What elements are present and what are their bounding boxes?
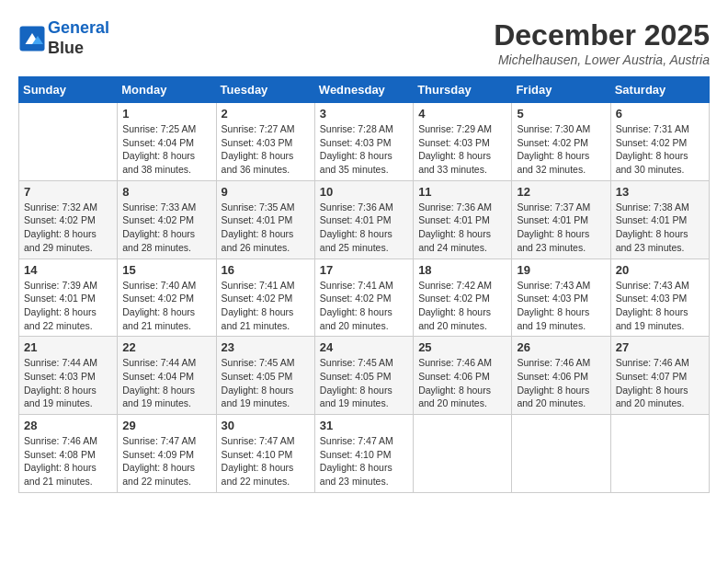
- sunrise-text: Sunrise: 7:45 AM: [222, 356, 310, 370]
- calendar-header-thursday: Thursday: [414, 77, 512, 103]
- sunset-text: Sunset: 4:02 PM: [122, 213, 210, 227]
- sunrise-text: Sunrise: 7:28 AM: [320, 122, 408, 136]
- cell-info: Sunrise: 7:46 AM Sunset: 4:08 PM Dayligh…: [24, 434, 112, 488]
- day-number: 22: [122, 340, 210, 354]
- day-number: 3: [320, 107, 408, 121]
- calendar-header-friday: Friday: [512, 77, 610, 103]
- daylight-text: Daylight: 8 hours and 32 minutes.: [517, 149, 605, 176]
- cell-info: Sunrise: 7:30 AM Sunset: 4:02 PM Dayligh…: [517, 122, 605, 177]
- calendar-cell: 11 Sunrise: 7:36 AM Sunset: 4:01 PM Dayl…: [414, 180, 512, 259]
- daylight-text: Daylight: 8 hours and 33 minutes.: [418, 149, 506, 176]
- calendar-cell: 31 Sunrise: 7:47 AM Sunset: 4:10 PM Dayl…: [314, 415, 413, 493]
- sunrise-text: Sunrise: 7:46 AM: [616, 356, 704, 370]
- calendar-table: SundayMondayTuesdayWednesdayThursdayFrid…: [18, 76, 710, 493]
- cell-info: Sunrise: 7:36 AM Sunset: 4:01 PM Dayligh…: [320, 201, 408, 255]
- cell-info: Sunrise: 7:45 AM Sunset: 4:05 PM Dayligh…: [320, 356, 408, 410]
- sunset-text: Sunset: 4:02 PM: [222, 292, 310, 305]
- daylight-text: Daylight: 8 hours and 25 minutes.: [320, 227, 408, 254]
- daylight-text: Daylight: 8 hours and 20 minutes.: [320, 305, 408, 332]
- sunset-text: Sunset: 4:02 PM: [616, 136, 704, 150]
- sunrise-text: Sunrise: 7:47 AM: [122, 434, 210, 448]
- calendar-cell: 19 Sunrise: 7:43 AM Sunset: 4:03 PM Dayl…: [512, 259, 610, 337]
- sunset-text: Sunset: 4:01 PM: [616, 213, 704, 227]
- cell-info: Sunrise: 7:29 AM Sunset: 4:03 PM Dayligh…: [418, 122, 506, 177]
- daylight-text: Daylight: 8 hours and 26 minutes.: [222, 227, 310, 254]
- sunrise-text: Sunrise: 7:47 AM: [222, 434, 310, 448]
- sunset-text: Sunset: 4:01 PM: [222, 213, 310, 227]
- sunrise-text: Sunrise: 7:44 AM: [24, 356, 112, 370]
- sunset-text: Sunset: 4:03 PM: [320, 136, 408, 150]
- calendar-cell: 25 Sunrise: 7:46 AM Sunset: 4:06 PM Dayl…: [414, 337, 512, 415]
- sunrise-text: Sunrise: 7:46 AM: [24, 434, 112, 448]
- calendar-cell: 13 Sunrise: 7:38 AM Sunset: 4:01 PM Dayl…: [610, 180, 709, 259]
- sunset-text: Sunset: 4:04 PM: [122, 370, 210, 384]
- cell-info: Sunrise: 7:41 AM Sunset: 4:02 PM Dayligh…: [222, 279, 310, 333]
- sunset-text: Sunset: 4:05 PM: [222, 370, 310, 384]
- daylight-text: Daylight: 8 hours and 36 minutes.: [222, 149, 310, 176]
- sunrise-text: Sunrise: 7:25 AM: [122, 122, 210, 136]
- sunrise-text: Sunrise: 7:44 AM: [122, 356, 210, 370]
- calendar-cell: 10 Sunrise: 7:36 AM Sunset: 4:01 PM Dayl…: [314, 180, 413, 259]
- day-number: 9: [222, 185, 310, 199]
- title-block: December 2025 Michelhausen, Lower Austri…: [494, 18, 710, 67]
- calendar-cell: 27 Sunrise: 7:46 AM Sunset: 4:07 PM Dayl…: [610, 337, 709, 415]
- day-number: 21: [24, 340, 112, 354]
- daylight-text: Daylight: 8 hours and 21 minutes.: [222, 305, 310, 332]
- calendar-cell: [512, 415, 610, 493]
- sunset-text: Sunset: 4:02 PM: [122, 292, 210, 305]
- sunrise-text: Sunrise: 7:29 AM: [418, 122, 506, 136]
- sunset-text: Sunset: 4:06 PM: [517, 370, 605, 384]
- sunset-text: Sunset: 4:03 PM: [418, 136, 506, 150]
- calendar-cell: 7 Sunrise: 7:32 AM Sunset: 4:02 PM Dayli…: [19, 180, 118, 259]
- sunrise-text: Sunrise: 7:27 AM: [222, 122, 310, 136]
- calendar-cell: [610, 415, 709, 493]
- sunrise-text: Sunrise: 7:33 AM: [122, 201, 210, 214]
- cell-info: Sunrise: 7:47 AM Sunset: 4:10 PM Dayligh…: [222, 434, 310, 488]
- daylight-text: Daylight: 8 hours and 22 minutes.: [122, 461, 210, 488]
- calendar-cell: 3 Sunrise: 7:28 AM Sunset: 4:03 PM Dayli…: [314, 103, 413, 181]
- sunrise-text: Sunrise: 7:35 AM: [222, 201, 310, 214]
- day-number: 13: [616, 185, 704, 199]
- cell-info: Sunrise: 7:45 AM Sunset: 4:05 PM Dayligh…: [222, 356, 310, 410]
- day-number: 20: [616, 263, 704, 277]
- calendar-cell: 20 Sunrise: 7:43 AM Sunset: 4:03 PM Dayl…: [610, 259, 709, 337]
- day-number: 29: [122, 419, 210, 432]
- sunset-text: Sunset: 4:09 PM: [122, 448, 210, 462]
- logo-line2: Blue: [48, 39, 109, 59]
- sunset-text: Sunset: 4:05 PM: [320, 370, 408, 384]
- sunrise-text: Sunrise: 7:36 AM: [418, 201, 506, 214]
- calendar-cell: 2 Sunrise: 7:27 AM Sunset: 4:03 PM Dayli…: [216, 103, 314, 181]
- daylight-text: Daylight: 8 hours and 30 minutes.: [616, 149, 704, 176]
- cell-info: Sunrise: 7:28 AM Sunset: 4:03 PM Dayligh…: [320, 122, 408, 177]
- sunset-text: Sunset: 4:02 PM: [320, 292, 408, 305]
- day-number: 28: [24, 419, 112, 432]
- sunset-text: Sunset: 4:01 PM: [320, 213, 408, 227]
- calendar-cell: [414, 415, 512, 493]
- cell-info: Sunrise: 7:27 AM Sunset: 4:03 PM Dayligh…: [222, 122, 310, 177]
- sunrise-text: Sunrise: 7:46 AM: [418, 356, 506, 370]
- sunset-text: Sunset: 4:10 PM: [222, 448, 310, 462]
- day-number: 26: [517, 340, 605, 354]
- sunset-text: Sunset: 4:01 PM: [418, 213, 506, 227]
- sunrise-text: Sunrise: 7:41 AM: [320, 279, 408, 293]
- daylight-text: Daylight: 8 hours and 21 minutes.: [122, 305, 210, 332]
- sunset-text: Sunset: 4:03 PM: [517, 292, 605, 305]
- logo-text: General Blue: [48, 18, 109, 58]
- day-number: 25: [418, 340, 506, 354]
- calendar-header-sunday: Sunday: [19, 77, 118, 103]
- sunrise-text: Sunrise: 7:39 AM: [24, 279, 112, 293]
- daylight-text: Daylight: 8 hours and 23 minutes.: [320, 461, 408, 488]
- sunset-text: Sunset: 4:03 PM: [222, 136, 310, 150]
- month-title: December 2025: [494, 18, 710, 52]
- calendar-cell: 6 Sunrise: 7:31 AM Sunset: 4:02 PM Dayli…: [610, 103, 709, 181]
- sunrise-text: Sunrise: 7:30 AM: [517, 122, 605, 136]
- logo: General Blue: [18, 18, 109, 58]
- sunrise-text: Sunrise: 7:36 AM: [320, 201, 408, 214]
- day-number: 2: [222, 107, 310, 121]
- calendar-cell: 9 Sunrise: 7:35 AM Sunset: 4:01 PM Dayli…: [216, 180, 314, 259]
- daylight-text: Daylight: 8 hours and 22 minutes.: [222, 461, 310, 488]
- sunset-text: Sunset: 4:01 PM: [517, 213, 605, 227]
- sunset-text: Sunset: 4:02 PM: [517, 136, 605, 150]
- cell-info: Sunrise: 7:47 AM Sunset: 4:10 PM Dayligh…: [320, 434, 408, 488]
- calendar-cell: 21 Sunrise: 7:44 AM Sunset: 4:03 PM Dayl…: [19, 337, 118, 415]
